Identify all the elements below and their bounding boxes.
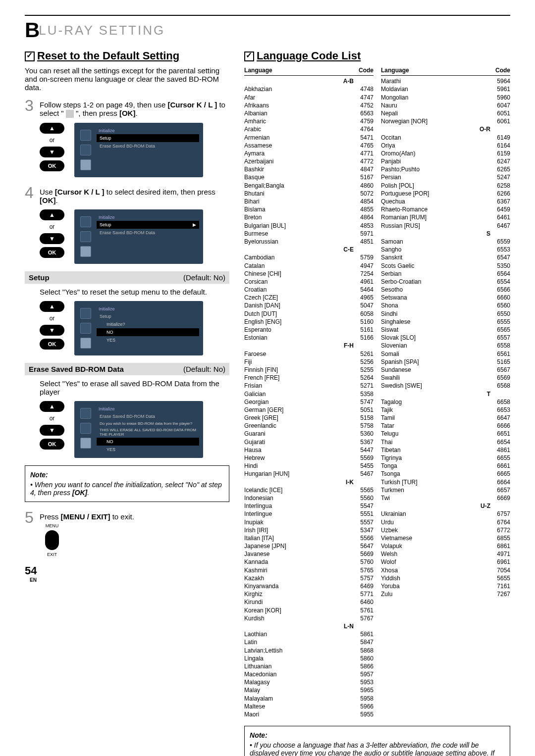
lang-row: Yoruba7161 — [381, 582, 510, 590]
step-5-num: 5 — [25, 509, 36, 557]
lang-row: Maori5955 — [244, 710, 374, 718]
lang-row: Afar4747 — [244, 94, 374, 101]
lang-row: Icelandic [ICE]5565 — [244, 486, 374, 494]
lang-section-header: C-E — [244, 246, 374, 253]
lang-row: Hindi5455 — [244, 462, 374, 470]
lang-row: Bihari4854 — [244, 198, 374, 205]
lang-row: Faroese5261 — [244, 350, 374, 358]
lang-row: Slovenian6558 — [381, 342, 510, 350]
lang-list-title: Language Code List — [244, 50, 510, 62]
lang-row: English [ENG]5160 — [244, 318, 374, 326]
lang-row: Japanese [JPN]5647 — [244, 542, 374, 550]
lang-row: Mongolian5960 — [381, 94, 510, 101]
lang-row: Bhutani5072 — [244, 190, 374, 198]
lang-row: Bislama4855 — [244, 205, 374, 213]
lang-row: Burmese5971 — [244, 230, 374, 238]
osd-icon — [80, 231, 91, 242]
lang-row: Tigrinya6655 — [381, 454, 510, 462]
up-button-icon: ▲ — [40, 401, 64, 412]
lang-row: Moldavian5961 — [381, 85, 510, 93]
lang-row: Romanian [RUM]6461 — [381, 213, 510, 221]
remote-diagram-3: ▲ or ▼ OK — [40, 301, 64, 350]
ok-button-icon: OK — [40, 247, 64, 258]
lang-row: Hungarian [HUN]5467 — [244, 470, 374, 478]
lang-row: Zulu7267 — [381, 590, 510, 598]
lang-row: Kazakh5757 — [244, 574, 374, 582]
lang-row: Kinyarwanda6469 — [244, 582, 374, 590]
lang-row: Kurdish5767 — [244, 614, 374, 622]
osd-screen-3: Initialize Setup Initialize? NO YES — [74, 301, 203, 355]
up-button-icon: ▲ — [40, 301, 64, 312]
lang-row: Siswat6565 — [381, 326, 510, 334]
lang-row: Tatar6666 — [381, 422, 510, 430]
lang-section-header: S — [381, 230, 510, 238]
down-button-icon: ▼ — [40, 147, 64, 157]
lang-row: Macedonian5957 — [244, 670, 374, 678]
reset-title: Reset to the Default Setting — [25, 50, 229, 62]
lang-row: Maltese5966 — [244, 703, 374, 710]
lang-row: Portuguese [POR]6266 — [381, 190, 510, 198]
lang-row: Czech [CZE]4965 — [244, 294, 374, 302]
lang-row: Oriya6164 — [381, 142, 510, 150]
lang-row: Esperanto5161 — [244, 326, 374, 334]
menu-exit-button-icon — [45, 530, 59, 550]
lang-row: Chinese [CHI]7254 — [244, 270, 374, 278]
lang-row: Sindhi6550 — [381, 310, 510, 318]
lang-row: Georgian5747 — [244, 398, 374, 406]
lang-section-header: L-N — [244, 622, 374, 630]
lang-row: Laothian5861 — [244, 630, 374, 638]
osd-icon — [80, 408, 91, 419]
osd-icon — [80, 216, 91, 227]
lang-row: Malay5965 — [244, 686, 374, 694]
lang-row: Turkmen6657 — [381, 486, 510, 494]
lang-row: Catalan4947 — [244, 262, 374, 270]
lang-row: Persian5247 — [381, 173, 510, 181]
lang-row: Assamese4765 — [244, 142, 374, 150]
lang-row: Welsh4971 — [381, 550, 510, 558]
lang-row: Breton4864 — [244, 213, 374, 221]
lang-row: Abkhazian4748 — [244, 85, 374, 93]
lang-row: Indonesian5560 — [244, 494, 374, 502]
note-box-2: Note: • If you choose a language that ha… — [244, 726, 510, 756]
lang-row: Corsican4961 — [244, 278, 374, 286]
check-icon — [25, 51, 35, 61]
lang-row: Thai6654 — [381, 438, 510, 446]
step-3-text: Follow steps 1-2 on page 49, then use [C… — [40, 98, 229, 118]
lang-row: Volapuk6861 — [381, 542, 510, 550]
lang-row: Greenlandic5758 — [244, 422, 374, 430]
step-4-num: 4 — [25, 185, 36, 204]
init-icon — [66, 110, 74, 118]
lang-row: Hebrew5569 — [244, 454, 374, 462]
lang-row: Occitan6149 — [381, 134, 510, 142]
lang-row: Guarani5360 — [244, 430, 374, 438]
lang-row: Finnish [FIN]5255 — [244, 366, 374, 374]
check-icon — [244, 51, 254, 61]
ok-button-icon: OK — [40, 160, 64, 171]
lang-row: Ukrainian6757 — [381, 510, 510, 518]
lang-row: Italian [ITA]5566 — [244, 534, 374, 542]
header-prefix: B — [25, 18, 40, 42]
lang-row: Urdu6764 — [381, 518, 510, 526]
down-button-icon: ▼ — [40, 325, 64, 336]
lang-row: Byelorussian4851 — [244, 238, 374, 246]
osd-icon-selected — [80, 438, 91, 449]
header-bar: B LU-RAY SETTING — [25, 15, 510, 42]
lang-row: Lithuanian5866 — [244, 662, 374, 670]
lang-row: Samoan6559 — [381, 238, 510, 246]
ok-button-icon: OK — [40, 339, 64, 350]
lang-row: Uzbek6772 — [381, 526, 510, 534]
lang-row: Kirghiz5771 — [244, 590, 374, 598]
lang-row: Sangho6553 — [381, 246, 510, 253]
lang-row: Bulgarian [BUL]4853 — [244, 222, 374, 230]
osd-icon — [80, 423, 91, 434]
lang-row: Galician5358 — [244, 390, 374, 398]
lang-row: Lingala5860 — [244, 655, 374, 662]
lang-row: Tamil6647 — [381, 414, 510, 422]
lang-row: Twi6669 — [381, 494, 510, 502]
setup-desc: Select "Yes" to reset the setup menu to … — [40, 288, 229, 296]
lang-row: Setswana6660 — [381, 294, 510, 302]
osd-screen-4: Initialize Erase Saved BD-ROM Data Do yo… — [74, 401, 203, 458]
lang-section-header: U-Z — [381, 502, 510, 510]
lang-row: Nepali6051 — [381, 109, 510, 117]
reset-intro: You can reset all the settings except fo… — [25, 66, 229, 92]
